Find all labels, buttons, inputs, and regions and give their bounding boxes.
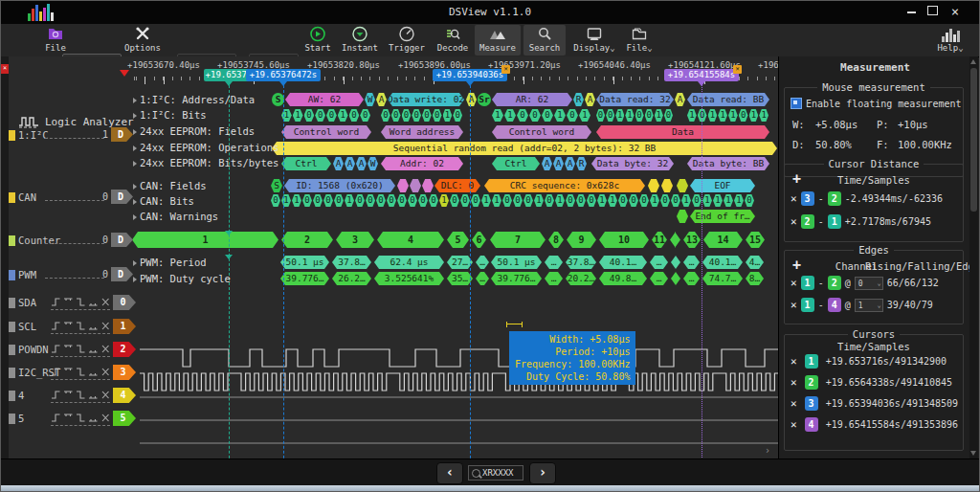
scroll-up-icon[interactable] (970, 59, 976, 64)
decoder-badge[interactable]: D (111, 127, 133, 142)
trigger-rising-icon[interactable] (51, 296, 61, 307)
decoder-row-label[interactable]: CAN: Bits (133, 195, 194, 207)
delete-row-icon[interactable]: ✕ (791, 355, 797, 368)
channel-label-block[interactable]: CAN0D (9, 189, 135, 206)
delete-row-icon[interactable]: ✕ (791, 376, 797, 389)
trigger-any-icon[interactable] (100, 320, 111, 331)
trigger-rising-icon[interactable] (51, 366, 61, 377)
trigger-high-icon[interactable] (63, 343, 74, 354)
decoder-row-label[interactable]: 1:I²C: Address/Data (133, 94, 255, 105)
trigger-low-icon[interactable] (88, 366, 99, 377)
cursor-badge[interactable]: 2 (801, 214, 814, 229)
flag-close-icon[interactable]: ✕ (501, 65, 510, 74)
trigger-high-icon[interactable] (63, 389, 74, 400)
delete-row-icon[interactable]: ✕ (791, 192, 797, 205)
trigger-falling-icon[interactable] (76, 296, 86, 307)
digital-channel-row[interactable]: SCL1 (9, 315, 141, 338)
panel-scrollbar[interactable] (969, 56, 978, 458)
trigger-low-icon[interactable] (88, 343, 99, 354)
trigger-low-icon[interactable] (88, 389, 99, 400)
maximize-button[interactable] (924, 5, 941, 20)
cursor-badge[interactable]: 3 (801, 191, 814, 206)
trigger-falling-icon[interactable] (76, 412, 86, 423)
trigger-rising-icon[interactable] (51, 320, 61, 331)
delete-row-icon[interactable]: ✕ (791, 277, 797, 289)
options-button[interactable]: Options (122, 25, 164, 56)
trigger-any-icon[interactable] (100, 389, 111, 400)
cursor-flag[interactable]: +19.65415584s✕ (664, 69, 739, 81)
waveform-area[interactable]: Logic Analyzer +19653670.40μs+19653745.6… (9, 56, 778, 458)
trigger-falling-icon[interactable] (76, 320, 86, 331)
edge-channel-select[interactable]: 0⌄ (855, 277, 883, 290)
decoder-row-label[interactable]: CAN: Fields (133, 180, 207, 191)
channel-number-badge[interactable]: 0 (113, 295, 136, 310)
trigger-any-icon[interactable] (100, 366, 111, 377)
cursor-badge[interactable]: 2 (828, 276, 841, 290)
cursor-vline[interactable] (283, 85, 284, 458)
decoder-row-label[interactable]: 24xx EEPROM: Bits/bytes (133, 157, 278, 168)
minimize-button[interactable] (902, 5, 920, 20)
measure-button[interactable]: Measure (475, 25, 521, 56)
cursor-flag[interactable]: +19.65376472s (246, 69, 321, 81)
cursor-badge[interactable]: 2 (805, 375, 818, 390)
cursor-badge[interactable]: 1 (801, 298, 814, 312)
collapse-chevron[interactable]: › (765, 445, 770, 456)
session-close-icon[interactable]: × (1, 64, 9, 74)
decoder-row-label[interactable]: 24xx EEPROM: Operations (133, 142, 278, 153)
flag-close-icon[interactable]: ✕ (733, 65, 742, 74)
decoder-badge[interactable]: D (111, 267, 133, 281)
cursor-badge[interactable]: 3 (805, 396, 818, 411)
decoder-row-label[interactable]: PWM: Period (133, 257, 207, 268)
digital-channel-row[interactable]: 44 (9, 384, 141, 407)
search-next-button[interactable]: › (529, 462, 556, 484)
scrollbar-thumb[interactable] (970, 68, 977, 212)
trigger-button[interactable]: Trigger (386, 25, 428, 56)
channel-number-badge[interactable]: 3 (113, 365, 136, 380)
file-menu-button[interactable]: File⌄ (621, 25, 657, 56)
cursor-badge[interactable]: 4 (805, 417, 818, 432)
decoder-row-label[interactable]: 1:I²C: Bits (133, 109, 207, 121)
cursor-badge[interactable]: 4 (828, 298, 841, 312)
channel-number-badge[interactable]: 4 (113, 388, 136, 403)
trigger-any-icon[interactable] (100, 296, 111, 307)
channel-label-block[interactable]: Counter0D (9, 232, 135, 249)
decode-button[interactable]: Decode (432, 25, 474, 56)
digital-channel-row[interactable]: I2C_RST3 (9, 361, 141, 384)
delete-row-icon[interactable]: ✕ (791, 299, 797, 311)
trigger-falling-icon[interactable] (76, 343, 86, 354)
cursor-vline[interactable] (702, 85, 702, 458)
search-button[interactable]: Search (523, 25, 566, 56)
cursor-badge[interactable]: 1 (801, 276, 814, 290)
floating-measurement-checkbox[interactable] (791, 98, 802, 109)
start-button[interactable]: Start (300, 25, 336, 56)
trigger-falling-icon[interactable] (76, 366, 86, 377)
channel-number-badge[interactable]: 2 (113, 342, 136, 357)
trigger-high-icon[interactable] (63, 412, 74, 423)
decoder-row-label[interactable]: CAN: Warnings (133, 211, 218, 222)
search-input[interactable] (482, 468, 521, 478)
display-menu-button[interactable]: Display⌄ (570, 25, 618, 56)
delete-row-icon[interactable]: ✕ (791, 397, 797, 410)
delete-row-icon[interactable]: ✕ (791, 418, 797, 431)
file-button[interactable]: File (33, 25, 78, 56)
search-prev-button[interactable]: ‹ (436, 462, 463, 484)
trigger-falling-icon[interactable] (76, 389, 86, 400)
cursor-badge[interactable]: 1 (828, 214, 841, 229)
channel-label-block[interactable]: PWM0D (9, 266, 135, 283)
trigger-any-icon[interactable] (100, 412, 111, 423)
cursor-badge[interactable]: 2 (828, 191, 841, 206)
help-button[interactable]: Help⌄ (927, 25, 973, 56)
decoder-badge[interactable]: D (111, 190, 133, 204)
trigger-low-icon[interactable] (88, 412, 99, 423)
trigger-any-icon[interactable] (100, 343, 111, 354)
close-button[interactable]: × (947, 5, 964, 20)
channel-number-badge[interactable]: 5 (113, 411, 136, 426)
trigger-high-icon[interactable] (63, 320, 74, 331)
search-box[interactable] (468, 465, 523, 481)
digital-channel-row[interactable]: POWDN2 (9, 338, 141, 361)
instant-button[interactable]: Instant (338, 25, 382, 56)
edge-channel-select[interactable]: 1⌄ (855, 299, 883, 312)
trigger-high-icon[interactable] (63, 296, 74, 307)
trigger-high-icon[interactable] (63, 366, 74, 377)
trigger-rising-icon[interactable] (51, 412, 61, 423)
